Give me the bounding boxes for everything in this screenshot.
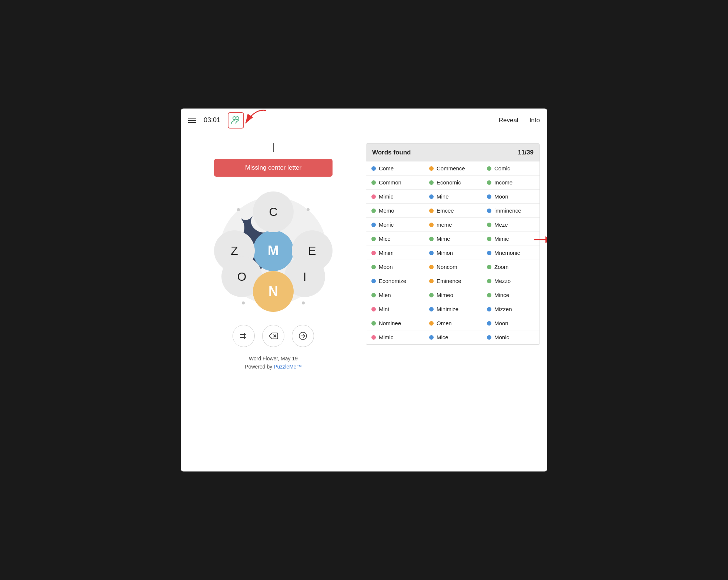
word-dot bbox=[371, 251, 376, 255]
hamburger-menu-button[interactable] bbox=[188, 118, 196, 123]
word-cell: Noncom bbox=[424, 260, 482, 274]
word-cell: Mimeo bbox=[424, 288, 482, 302]
word-text: Minim bbox=[379, 250, 394, 256]
word-dot bbox=[487, 223, 491, 227]
shuffle-icon bbox=[240, 332, 248, 340]
words-found-header: Words found 11/39 bbox=[366, 144, 540, 161]
word-cell: Monic bbox=[366, 218, 424, 232]
main-content: Missing center letter C Z E bbox=[181, 132, 547, 379]
words-found-box: Words found 11/39 ComeCommenceComicCommo… bbox=[366, 143, 540, 345]
word-cell: Minimize bbox=[424, 302, 482, 316]
letter-e: E bbox=[308, 244, 316, 258]
word-cell: Moon bbox=[366, 260, 424, 274]
enter-button[interactable] bbox=[292, 325, 314, 347]
header-left: 03:01 bbox=[188, 112, 244, 129]
delete-button[interactable] bbox=[262, 325, 284, 347]
words-found-count: 11/39 bbox=[518, 149, 534, 156]
word-text: Economize bbox=[379, 278, 406, 284]
missing-center-button[interactable]: Missing center letter bbox=[214, 159, 333, 177]
word-dot bbox=[429, 321, 434, 326]
word-dot bbox=[487, 321, 491, 326]
word-text: Monic bbox=[494, 334, 509, 340]
word-cell: Minim bbox=[366, 246, 424, 260]
word-dot bbox=[429, 307, 434, 311]
reveal-button[interactable]: Reveal bbox=[499, 117, 518, 124]
word-cell: Mien bbox=[366, 288, 424, 302]
word-text: Monic bbox=[379, 221, 394, 228]
word-dot bbox=[429, 223, 434, 227]
word-cell: Mine bbox=[424, 190, 482, 204]
word-cell: Mizzen bbox=[482, 302, 540, 316]
letter-o: O bbox=[237, 270, 247, 284]
word-text: Common bbox=[379, 179, 401, 186]
words-found-title: Words found bbox=[372, 149, 411, 156]
word-cell: Commence bbox=[424, 161, 482, 176]
word-dot bbox=[371, 194, 376, 199]
word-dot bbox=[371, 223, 376, 227]
shuffle-button[interactable] bbox=[233, 325, 255, 347]
word-text: Mien bbox=[379, 292, 391, 298]
word-cell: Memo bbox=[366, 204, 424, 218]
word-dot bbox=[371, 321, 376, 326]
word-text: Moon bbox=[379, 264, 393, 270]
word-dot bbox=[429, 180, 434, 185]
word-cell: Common bbox=[366, 176, 424, 190]
word-dot bbox=[371, 293, 376, 297]
word-dot bbox=[487, 166, 491, 171]
deco-dot-6 bbox=[302, 301, 305, 304]
word-cell: Zoom bbox=[482, 260, 540, 274]
letter-i: I bbox=[303, 270, 307, 284]
word-text: imminence bbox=[494, 207, 521, 214]
header: 03:01 Revea bbox=[181, 109, 547, 132]
word-dot bbox=[429, 237, 434, 241]
deco-dot-2 bbox=[307, 208, 310, 211]
word-dot bbox=[371, 180, 376, 185]
word-cell: Mezzo bbox=[482, 274, 540, 288]
word-dot bbox=[371, 335, 376, 340]
word-cell: Comic bbox=[482, 161, 540, 176]
word-cell: Mnemonic bbox=[482, 246, 540, 260]
words-grid: ComeCommenceComicCommonEconomicIncomeMim… bbox=[366, 161, 540, 344]
word-cell: Emcee bbox=[424, 204, 482, 218]
petal-top[interactable]: C bbox=[253, 191, 294, 232]
word-text: Income bbox=[494, 179, 512, 186]
word-cell: Mimic bbox=[366, 330, 424, 344]
word-dot bbox=[429, 166, 434, 171]
word-cell: meme bbox=[424, 218, 482, 232]
word-cell: Moon bbox=[482, 190, 540, 204]
word-dot bbox=[429, 209, 434, 213]
letter-z: Z bbox=[231, 244, 238, 258]
word-dot bbox=[371, 237, 376, 241]
word-cell: Meze bbox=[482, 218, 540, 232]
footer-line2: Powered by PuzzleMe™ bbox=[245, 363, 301, 371]
word-dot bbox=[429, 279, 434, 283]
word-text: Meze bbox=[494, 221, 508, 228]
word-text: Moon bbox=[494, 193, 508, 200]
user-icon-button[interactable] bbox=[228, 112, 244, 129]
word-cell: Eminence bbox=[424, 274, 482, 288]
word-cell: Economize bbox=[366, 274, 424, 288]
word-text: Mimic bbox=[379, 193, 393, 200]
word-dot bbox=[429, 251, 434, 255]
svg-point-0 bbox=[233, 117, 236, 120]
word-cell: Mimic bbox=[482, 232, 540, 246]
word-text: Mimic bbox=[494, 236, 509, 242]
footer-line1: Word Flower, May 19 bbox=[245, 354, 301, 363]
word-text: Comic bbox=[494, 165, 510, 171]
info-button[interactable]: Info bbox=[530, 117, 540, 124]
petal-bottom[interactable]: N bbox=[253, 271, 294, 312]
word-text: Noncom bbox=[437, 264, 457, 270]
word-cell: Mimic bbox=[366, 190, 424, 204]
word-text: Mini bbox=[379, 306, 389, 312]
word-cell: Moon bbox=[482, 316, 540, 330]
word-cell: Nominee bbox=[366, 316, 424, 330]
word-text: Memo bbox=[379, 207, 394, 214]
word-dot bbox=[487, 209, 491, 213]
left-panel: Missing center letter C Z E bbox=[196, 143, 351, 371]
word-dot bbox=[487, 251, 491, 255]
word-text: Commence bbox=[437, 165, 465, 171]
word-text: Mezzo bbox=[494, 278, 511, 284]
word-text: Zoom bbox=[494, 264, 508, 270]
word-text: Mizzen bbox=[494, 306, 512, 312]
word-cell: Monic bbox=[482, 330, 540, 344]
